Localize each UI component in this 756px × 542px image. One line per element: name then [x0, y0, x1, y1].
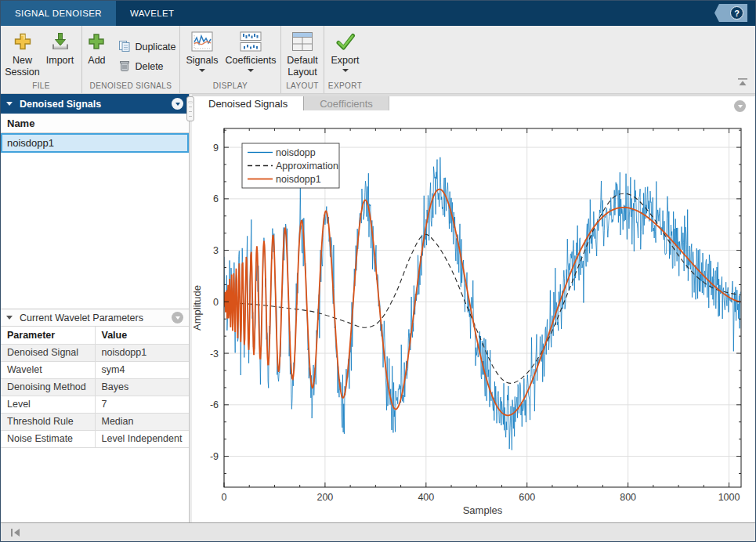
default-layout-button[interactable]: Default Layout	[283, 28, 322, 78]
legend-entry-label: noisdopp1	[276, 174, 321, 185]
x-tick-label: 1000	[718, 492, 740, 503]
tab-wavelet[interactable]: WAVELET	[116, 1, 188, 26]
duplicate-icon	[118, 40, 131, 56]
section-label-denoised-signals: DENOISED SIGNALS	[82, 81, 179, 93]
signal-list-empty-area	[1, 153, 189, 309]
denoised-signals-panel-header[interactable]: Denoised Signals	[1, 94, 189, 114]
tab-signal-denoiser[interactable]: SIGNAL DENOISER	[1, 1, 116, 26]
main-panel: Denoised Signals Coefficients -9-6-30369…	[192, 94, 755, 522]
collapse-triangle-icon[interactable]	[6, 316, 13, 320]
ribbon-section-layout: Default Layout LAYOUT	[281, 26, 324, 93]
export-label: Export	[331, 55, 359, 67]
wavelet-params-panel-title: Current Wavelet Parameters	[20, 313, 143, 323]
wavelet-signal-denoiser-window: SIGNAL DENOISER WAVELET ? New Session Im	[0, 0, 756, 542]
param-row: Denoised Signalnoisdopp1	[1, 344, 189, 361]
duplicate-button[interactable]: Duplicate	[115, 38, 179, 57]
signals-dropdown-icon	[199, 69, 205, 72]
section-label-layout: LAYOUT	[281, 81, 324, 93]
collapse-ribbon-button[interactable]	[738, 75, 747, 89]
delete-button[interactable]: Delete	[115, 57, 179, 77]
x-tick-label: 0	[222, 492, 227, 503]
ribbon-section-display: Signals Coefficients DISPLAY	[180, 26, 281, 93]
ribbon: New Session Import FILE Add	[1, 26, 755, 94]
param-row: Noise EstimateLevel Independent	[1, 430, 189, 447]
signal-list: noisdopp1	[1, 133, 189, 153]
add-label: Add	[88, 55, 105, 67]
plot-area: -9-6-3036902004006008001000SamplesAmplit…	[192, 110, 755, 522]
param-row: Level7	[1, 396, 189, 413]
export-button[interactable]: Export	[327, 28, 364, 72]
y-tick-label: -9	[210, 451, 219, 462]
signal-row-selected[interactable]: noisdopp1	[1, 133, 189, 153]
x-tick-label: 800	[620, 492, 636, 503]
section-label-file: FILE	[1, 81, 81, 93]
panel-menu-icon[interactable]	[172, 312, 183, 323]
name-column-header: Name	[1, 114, 189, 133]
wavelet-params-panel-header[interactable]: Current Wavelet Parameters	[1, 309, 189, 327]
coefficients-label: Coefficients	[225, 55, 276, 67]
legend-entry-label: noisdopp	[276, 147, 316, 158]
collapse-sidebar-icon[interactable]	[10, 528, 21, 537]
status-bar	[1, 522, 755, 541]
delete-label: Delete	[135, 61, 163, 73]
param-row: Waveletsym4	[1, 361, 189, 378]
y-tick-label: -3	[210, 349, 219, 360]
default-layout-label: Default Layout	[283, 55, 322, 78]
new-session-icon	[13, 30, 33, 53]
section-label-export: EXPORT	[324, 81, 366, 93]
ribbon-section-denoised-signals: Add Duplicate Delete	[82, 26, 180, 93]
series-noisdopp	[224, 157, 740, 450]
coefficients-button[interactable]: Coefficients	[222, 28, 279, 72]
signals-icon	[191, 30, 213, 53]
param-row: Denoising MethodBayes	[1, 378, 189, 396]
legend-entry-label: Approximation	[276, 161, 338, 172]
section-label-display: DISPLAY	[180, 81, 280, 93]
y-tick-label: 6	[213, 193, 219, 204]
y-tick-label: -6	[210, 399, 219, 410]
y-axis-label: Amplitude	[192, 285, 203, 331]
import-label: Import	[46, 55, 74, 67]
import-icon	[50, 30, 71, 53]
help-icon: ?	[730, 6, 743, 20]
x-tick-label: 400	[418, 492, 434, 503]
params-header-row: ParameterValue	[1, 327, 189, 344]
app-body: Denoised Signals Name noisdopp1 Current …	[1, 94, 755, 522]
signals-button[interactable]: Signals	[182, 28, 222, 72]
tab-coefficients-view[interactable]: Coefficients	[304, 96, 389, 110]
splitter-grip[interactable]	[186, 96, 194, 121]
import-button[interactable]: Import	[42, 28, 79, 67]
coefficients-dropdown-icon	[248, 69, 254, 72]
x-axis-label: Samples	[463, 504, 503, 516]
y-tick-label: 3	[213, 245, 219, 256]
document-tab-strip: Denoised Signals Coefficients	[192, 94, 755, 110]
y-tick-label: 0	[213, 297, 219, 308]
tab-denoised-signals-view[interactable]: Denoised Signals	[192, 96, 304, 110]
sidebar-empty-area	[1, 448, 189, 523]
panel-menu-icon[interactable]	[172, 98, 183, 110]
y-tick-label: 9	[213, 143, 219, 154]
duplicate-label: Duplicate	[135, 42, 175, 53]
denoised-signals-panel-title: Denoised Signals	[20, 99, 101, 110]
coefficients-icon	[240, 30, 262, 53]
x-tick-label: 200	[317, 492, 333, 503]
signals-label: Signals	[186, 55, 219, 67]
export-icon	[335, 30, 356, 53]
new-session-label: New Session	[4, 55, 42, 78]
wavelet-params-table: ParameterValueDenoised Signalnoisdopp1Wa…	[1, 327, 189, 448]
param-row: Threshold RuleMedian	[1, 413, 189, 430]
denoised-signal-chart: -9-6-3036902004006008001000SamplesAmplit…	[192, 110, 755, 519]
new-session-button[interactable]: New Session	[4, 28, 42, 78]
collapse-triangle-icon[interactable]	[6, 102, 13, 106]
help-button[interactable]: ?	[714, 4, 747, 22]
add-icon	[87, 30, 106, 53]
delete-icon	[118, 60, 131, 75]
add-button[interactable]: Add	[82, 28, 110, 67]
ribbon-tab-bar: SIGNAL DENOISER WAVELET ?	[1, 1, 755, 26]
ribbon-section-file: New Session Import FILE	[1, 26, 82, 93]
x-tick-label: 600	[519, 492, 535, 503]
default-layout-icon	[291, 30, 313, 53]
export-dropdown-icon	[342, 69, 349, 72]
sidebar: Denoised Signals Name noisdopp1 Current …	[1, 94, 190, 522]
ribbon-section-export: Export EXPORT	[324, 26, 366, 93]
